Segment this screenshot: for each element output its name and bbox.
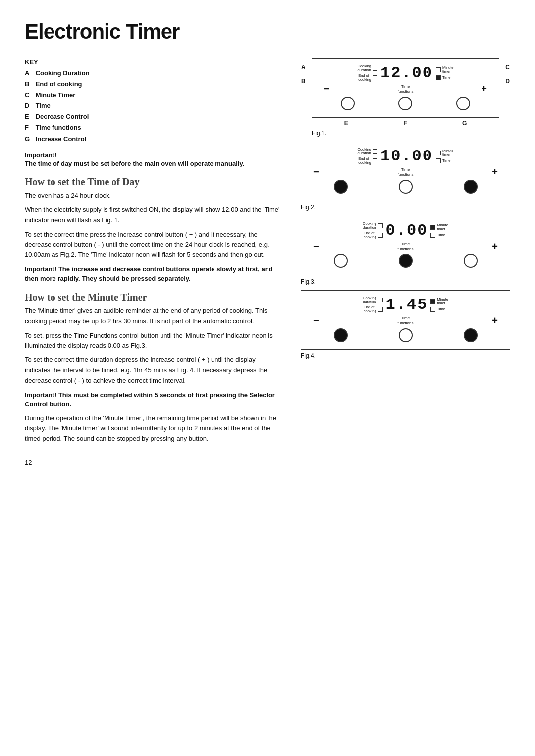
figure-3: Cookingduration End ofcooking 0.00 Minut… xyxy=(301,216,510,285)
minute-timer-indicator: Minutetimer xyxy=(436,66,454,74)
key-item-f: F Time functions xyxy=(25,122,281,133)
time-box xyxy=(430,307,435,312)
minus-sign: − xyxy=(313,315,319,326)
important-section: Important! The time of day must be set b… xyxy=(25,151,281,169)
label-d: D xyxy=(505,78,510,85)
minute-timer-box xyxy=(430,225,435,230)
right-column: ABCD Cookingduration End ofcooking 12.00… xyxy=(301,58,510,466)
key-item-e: E Decrease Control xyxy=(25,111,281,122)
section1-p3: To set the correct time press the increa… xyxy=(25,230,281,260)
cooking-duration-indicator: Cookingduration xyxy=(363,222,383,230)
key-item-b: B End of cooking xyxy=(25,79,281,90)
time-indicator: Time xyxy=(436,75,450,80)
cooking-duration-indicator: Cookingduration xyxy=(363,296,383,304)
time-indicator: Time xyxy=(430,233,445,238)
time-functions-text: Timefunctions xyxy=(397,84,413,94)
display-area: Cookingduration End ofcooking 0.00 Minut… xyxy=(308,221,503,240)
figure-1: ABCD Cookingduration End ofcooking 12.00… xyxy=(312,58,499,137)
controls-row xyxy=(308,254,503,268)
time-box xyxy=(436,75,441,80)
cooking-duration-box xyxy=(378,298,383,302)
end-of-cooking-box xyxy=(373,158,377,163)
controls-row xyxy=(308,328,503,342)
key-section: KEY A Cooking Duration B End of cooking … xyxy=(25,58,281,145)
end-of-cooking-box xyxy=(378,307,383,312)
cooking-duration-box xyxy=(373,66,377,71)
section2-heading: How to set the Minute Timer xyxy=(25,292,281,303)
end-of-cooking-box xyxy=(373,75,377,80)
time-functions-button[interactable] xyxy=(399,254,413,268)
minute-timer-indicator: Minutetimer xyxy=(430,223,448,232)
section2-p3: To set the correct time duration depress… xyxy=(25,355,281,386)
increase-button[interactable] xyxy=(464,328,478,342)
controls-row xyxy=(319,97,492,110)
figure-label-2: Fig.2. xyxy=(301,204,510,211)
plus-sign: + xyxy=(492,166,498,178)
figure-2: Cookingduration End ofcooking 10.00 Minu… xyxy=(301,142,510,211)
display-number: 12.00 xyxy=(380,64,433,82)
minute-timer-box xyxy=(430,299,435,304)
increase-button[interactable] xyxy=(456,97,470,110)
figure-label-4: Fig.4. xyxy=(301,353,510,359)
minute-timer-indicator: Minutetimer xyxy=(436,149,454,157)
section2-p1: The 'Minute timer' gives an audible remi… xyxy=(25,306,281,327)
minute-timer-box xyxy=(436,151,441,155)
increase-button[interactable] xyxy=(464,254,478,268)
end-of-cooking-indicator: End ofcooking xyxy=(358,74,377,82)
decrease-button[interactable] xyxy=(334,328,348,342)
time-box xyxy=(436,158,441,163)
time-indicator: Time xyxy=(436,158,450,163)
key-list: A Cooking Duration B End of cooking C Mi… xyxy=(25,68,281,145)
display-area: Cookingduration End ofcooking 12.00 Minu… xyxy=(319,64,492,82)
figure-label-1: Fig.1. xyxy=(312,130,499,137)
label-g: G xyxy=(462,120,467,127)
figure-4: Cookingduration End ofcooking 1.45 Minut… xyxy=(301,290,510,359)
time-functions-button[interactable] xyxy=(399,328,413,342)
display-number: 1.45 xyxy=(386,296,428,314)
end-of-cooking-indicator: End ofcooking xyxy=(358,157,377,165)
display-number: 0.00 xyxy=(386,221,428,240)
minute-timer-indicator: Minutetimer xyxy=(430,298,448,306)
important-text: The time of day must be set before the m… xyxy=(25,159,281,169)
display-number: 10.00 xyxy=(380,147,433,165)
decrease-button[interactable] xyxy=(334,180,348,194)
time-functions-text: Timefunctions xyxy=(397,316,413,325)
display-area: Cookingduration End ofcooking 1.45 Minut… xyxy=(308,296,503,314)
section2-p5: During the operation of the 'Minute Time… xyxy=(25,413,281,444)
decrease-button[interactable] xyxy=(334,254,348,268)
page-title: Electronic Timer xyxy=(25,20,510,44)
minus-sign: − xyxy=(324,83,330,95)
figure-label-3: Fig.3. xyxy=(301,278,510,285)
minus-sign: − xyxy=(313,241,319,252)
decrease-button[interactable] xyxy=(341,97,355,110)
cooking-duration-indicator: Cookingduration xyxy=(357,148,377,156)
time-functions-text: Timefunctions xyxy=(397,167,413,177)
page-number: 12 xyxy=(25,459,281,466)
plus-sign: + xyxy=(492,315,498,326)
controls-row xyxy=(308,180,503,194)
time-indicator: Time xyxy=(430,307,445,312)
section2-p2: To set, press the Time Functions control… xyxy=(25,331,281,352)
section1-p1: The oven has a 24 hour clock. xyxy=(25,191,281,201)
section2-p4: Important! This must be completed within… xyxy=(25,390,281,409)
end-of-cooking-indicator: End ofcooking xyxy=(364,231,383,240)
time-functions-button[interactable] xyxy=(398,97,412,110)
increase-button[interactable] xyxy=(464,180,478,194)
key-item-d: D Time xyxy=(25,101,281,111)
label-c: C xyxy=(505,64,510,71)
label-f: F xyxy=(403,120,407,127)
cooking-duration-box xyxy=(373,149,377,154)
time-box xyxy=(430,233,435,238)
time-functions-button[interactable] xyxy=(399,180,413,194)
plus-sign: + xyxy=(481,83,487,95)
cooking-duration-box xyxy=(378,223,383,228)
time-functions-text: Timefunctions xyxy=(397,242,413,251)
key-item-a: A Cooking Duration xyxy=(25,68,281,79)
end-of-cooking-box xyxy=(378,233,383,238)
section1-heading: How to set the Time of Day xyxy=(25,176,281,188)
end-of-cooking-indicator: End ofcooking xyxy=(364,305,383,314)
section1-p4: Important! The increase and decrease con… xyxy=(25,264,281,284)
left-column: KEY A Cooking Duration B End of cooking … xyxy=(25,58,281,466)
label-e: E xyxy=(344,120,348,127)
important-heading: Important! xyxy=(25,151,281,159)
